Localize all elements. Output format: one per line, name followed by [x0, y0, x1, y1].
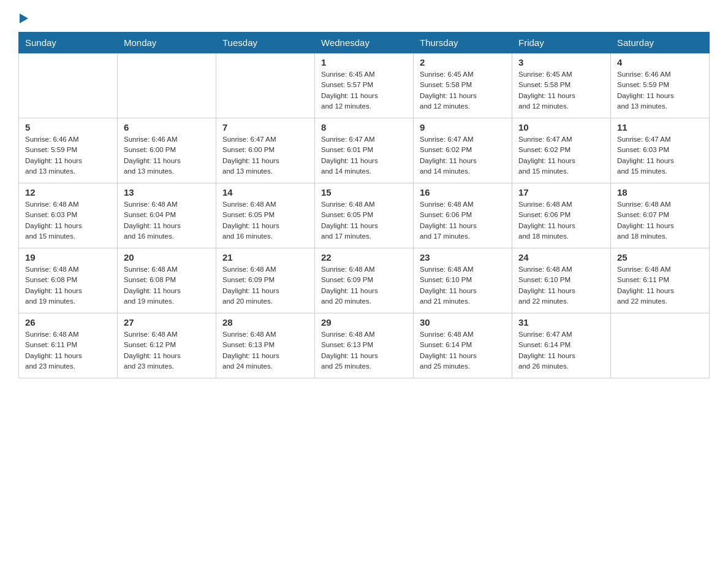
calendar-cell: 28Sunrise: 6:48 AM Sunset: 6:13 PM Dayli…	[216, 313, 315, 378]
calendar-table: SundayMondayTuesdayWednesdayThursdayFrid…	[18, 32, 710, 378]
calendar-cell: 7Sunrise: 6:47 AM Sunset: 6:00 PM Daylig…	[216, 118, 315, 183]
day-info: Sunrise: 6:48 AM Sunset: 6:03 PM Dayligh…	[25, 199, 111, 242]
calendar-cell: 11Sunrise: 6:47 AM Sunset: 6:03 PM Dayli…	[611, 118, 710, 183]
day-info: Sunrise: 6:48 AM Sunset: 6:08 PM Dayligh…	[124, 264, 210, 307]
day-number: 31	[518, 317, 604, 327]
calendar-cell: 4Sunrise: 6:46 AM Sunset: 5:59 PM Daylig…	[611, 53, 710, 118]
calendar-week-row: 26Sunrise: 6:48 AM Sunset: 6:11 PM Dayli…	[19, 313, 710, 378]
svg-marker-0	[20, 13, 28, 23]
day-info: Sunrise: 6:46 AM Sunset: 5:59 PM Dayligh…	[617, 69, 703, 112]
day-info: Sunrise: 6:48 AM Sunset: 6:06 PM Dayligh…	[518, 199, 604, 242]
calendar-cell: 26Sunrise: 6:48 AM Sunset: 6:11 PM Dayli…	[19, 313, 118, 378]
day-info: Sunrise: 6:48 AM Sunset: 6:10 PM Dayligh…	[420, 264, 506, 307]
day-info: Sunrise: 6:48 AM Sunset: 6:06 PM Dayligh…	[420, 199, 506, 242]
day-info: Sunrise: 6:48 AM Sunset: 6:14 PM Dayligh…	[420, 329, 506, 372]
calendar-cell: 12Sunrise: 6:48 AM Sunset: 6:03 PM Dayli…	[19, 183, 118, 248]
calendar-cell: 18Sunrise: 6:48 AM Sunset: 6:07 PM Dayli…	[611, 183, 710, 248]
calendar-cell: 5Sunrise: 6:46 AM Sunset: 5:59 PM Daylig…	[19, 118, 118, 183]
calendar-cell: 21Sunrise: 6:48 AM Sunset: 6:09 PM Dayli…	[216, 248, 315, 313]
calendar-header-thursday: Thursday	[414, 33, 512, 53]
calendar-cell: 10Sunrise: 6:47 AM Sunset: 6:02 PM Dayli…	[512, 118, 611, 183]
day-info: Sunrise: 6:48 AM Sunset: 6:10 PM Dayligh…	[518, 264, 604, 307]
calendar-week-row: 1Sunrise: 6:45 AM Sunset: 5:57 PM Daylig…	[19, 53, 710, 118]
day-number: 18	[617, 187, 703, 197]
day-number: 29	[321, 317, 407, 327]
calendar-cell	[19, 53, 118, 118]
calendar-cell: 30Sunrise: 6:48 AM Sunset: 6:14 PM Dayli…	[414, 313, 512, 378]
calendar-cell: 1Sunrise: 6:45 AM Sunset: 5:57 PM Daylig…	[315, 53, 414, 118]
day-number: 30	[420, 317, 506, 327]
calendar-header-tuesday: Tuesday	[216, 33, 315, 53]
day-info: Sunrise: 6:48 AM Sunset: 6:05 PM Dayligh…	[321, 199, 407, 242]
calendar-header-saturday: Saturday	[611, 33, 710, 53]
day-number: 25	[617, 252, 703, 262]
calendar-cell: 2Sunrise: 6:45 AM Sunset: 5:58 PM Daylig…	[414, 53, 512, 118]
day-number: 14	[222, 187, 308, 197]
calendar-cell: 31Sunrise: 6:47 AM Sunset: 6:14 PM Dayli…	[512, 313, 611, 378]
day-info: Sunrise: 6:47 AM Sunset: 6:02 PM Dayligh…	[420, 134, 506, 177]
calendar-cell: 22Sunrise: 6:48 AM Sunset: 6:09 PM Dayli…	[315, 248, 414, 313]
calendar-cell	[611, 313, 710, 378]
day-info: Sunrise: 6:45 AM Sunset: 5:57 PM Dayligh…	[321, 69, 407, 112]
day-number: 23	[420, 252, 506, 262]
day-number: 17	[518, 187, 604, 197]
day-info: Sunrise: 6:47 AM Sunset: 6:02 PM Dayligh…	[518, 134, 604, 177]
day-number: 22	[321, 252, 407, 262]
page-header	[18, 12, 710, 26]
day-number: 12	[25, 187, 111, 197]
calendar-header-row: SundayMondayTuesdayWednesdayThursdayFrid…	[19, 33, 710, 53]
day-number: 11	[617, 122, 703, 132]
calendar-cell: 9Sunrise: 6:47 AM Sunset: 6:02 PM Daylig…	[414, 118, 512, 183]
day-number: 2	[420, 57, 506, 67]
day-info: Sunrise: 6:48 AM Sunset: 6:13 PM Dayligh…	[222, 329, 308, 372]
day-number: 5	[25, 122, 111, 132]
day-info: Sunrise: 6:47 AM Sunset: 6:00 PM Dayligh…	[222, 134, 308, 177]
calendar-cell: 17Sunrise: 6:48 AM Sunset: 6:06 PM Dayli…	[512, 183, 611, 248]
calendar-cell: 24Sunrise: 6:48 AM Sunset: 6:10 PM Dayli…	[512, 248, 611, 313]
calendar-cell: 29Sunrise: 6:48 AM Sunset: 6:13 PM Dayli…	[315, 313, 414, 378]
day-number: 10	[518, 122, 604, 132]
day-info: Sunrise: 6:48 AM Sunset: 6:08 PM Dayligh…	[25, 264, 111, 307]
day-info: Sunrise: 6:48 AM Sunset: 6:05 PM Dayligh…	[222, 199, 308, 242]
day-number: 7	[222, 122, 308, 132]
day-number: 16	[420, 187, 506, 197]
calendar-cell: 8Sunrise: 6:47 AM Sunset: 6:01 PM Daylig…	[315, 118, 414, 183]
day-info: Sunrise: 6:48 AM Sunset: 6:13 PM Dayligh…	[321, 329, 407, 372]
day-info: Sunrise: 6:48 AM Sunset: 6:11 PM Dayligh…	[617, 264, 703, 307]
day-info: Sunrise: 6:45 AM Sunset: 5:58 PM Dayligh…	[518, 69, 604, 112]
calendar-cell: 25Sunrise: 6:48 AM Sunset: 6:11 PM Dayli…	[611, 248, 710, 313]
day-number: 9	[420, 122, 506, 132]
day-info: Sunrise: 6:46 AM Sunset: 5:59 PM Dayligh…	[25, 134, 111, 177]
day-number: 28	[222, 317, 308, 327]
logo-arrow-icon	[20, 12, 31, 25]
day-number: 21	[222, 252, 308, 262]
calendar-body: 1Sunrise: 6:45 AM Sunset: 5:57 PM Daylig…	[19, 53, 710, 378]
day-info: Sunrise: 6:47 AM Sunset: 6:03 PM Dayligh…	[617, 134, 703, 177]
day-info: Sunrise: 6:47 AM Sunset: 6:14 PM Dayligh…	[518, 329, 604, 372]
day-number: 24	[518, 252, 604, 262]
day-number: 3	[518, 57, 604, 67]
day-number: 15	[321, 187, 407, 197]
day-number: 4	[617, 57, 703, 67]
calendar-week-row: 19Sunrise: 6:48 AM Sunset: 6:08 PM Dayli…	[19, 248, 710, 313]
day-info: Sunrise: 6:48 AM Sunset: 6:09 PM Dayligh…	[222, 264, 308, 307]
day-number: 27	[124, 317, 210, 327]
day-info: Sunrise: 6:48 AM Sunset: 6:09 PM Dayligh…	[321, 264, 407, 307]
day-info: Sunrise: 6:48 AM Sunset: 6:04 PM Dayligh…	[124, 199, 210, 242]
day-number: 13	[124, 187, 210, 197]
day-info: Sunrise: 6:47 AM Sunset: 6:01 PM Dayligh…	[321, 134, 407, 177]
calendar-week-row: 12Sunrise: 6:48 AM Sunset: 6:03 PM Dayli…	[19, 183, 710, 248]
calendar-week-row: 5Sunrise: 6:46 AM Sunset: 5:59 PM Daylig…	[19, 118, 710, 183]
calendar-cell: 19Sunrise: 6:48 AM Sunset: 6:08 PM Dayli…	[19, 248, 118, 313]
calendar-cell: 23Sunrise: 6:48 AM Sunset: 6:10 PM Dayli…	[414, 248, 512, 313]
day-number: 26	[25, 317, 111, 327]
logo	[18, 12, 31, 26]
day-info: Sunrise: 6:48 AM Sunset: 6:12 PM Dayligh…	[124, 329, 210, 372]
day-info: Sunrise: 6:46 AM Sunset: 6:00 PM Dayligh…	[124, 134, 210, 177]
day-number: 1	[321, 57, 407, 67]
calendar-cell	[216, 53, 315, 118]
day-number: 19	[25, 252, 111, 262]
calendar-cell	[118, 53, 216, 118]
calendar-cell: 27Sunrise: 6:48 AM Sunset: 6:12 PM Dayli…	[118, 313, 216, 378]
calendar-cell: 20Sunrise: 6:48 AM Sunset: 6:08 PM Dayli…	[118, 248, 216, 313]
